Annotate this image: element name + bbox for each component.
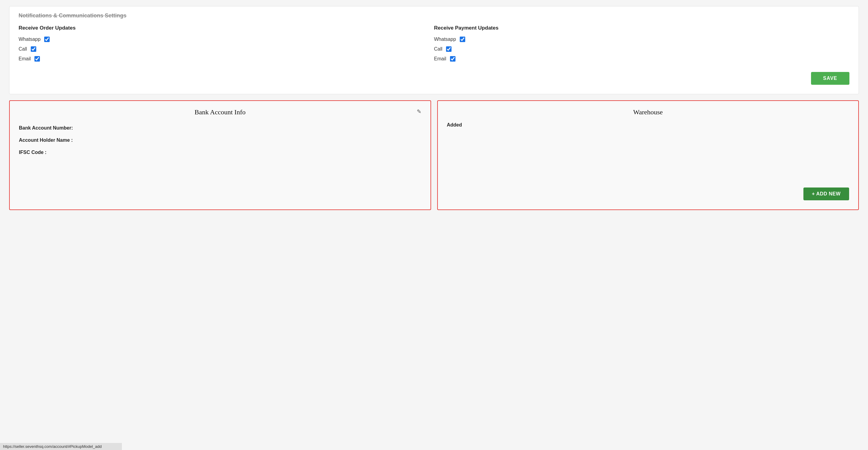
status-bar: https://seller.seventhsq.com/account/#Pi… <box>0 443 122 450</box>
payment-call-label: Call <box>434 46 443 52</box>
payment-updates-title: Receive Payment Updates <box>434 25 850 31</box>
payment-call-checkbox[interactable] <box>446 46 452 52</box>
payment-updates-col: Receive Payment Updates Whatsapp Call Em… <box>434 25 850 66</box>
payment-email-checkbox[interactable] <box>450 56 456 62</box>
payment-whatsapp-label: Whatsapp <box>434 37 456 42</box>
order-whatsapp-checkbox[interactable] <box>44 37 50 42</box>
order-call-checkbox[interactable] <box>31 46 36 52</box>
bank-account-number-label: Bank Account Number: <box>19 125 73 130</box>
order-whatsapp-label: Whatsapp <box>19 37 40 42</box>
payment-call-row: Call <box>434 46 850 52</box>
order-updates-col: Receive Order Updates Whatsapp Call Emai… <box>19 25 434 66</box>
order-call-row: Call <box>19 46 434 52</box>
order-email-label: Email <box>19 56 31 62</box>
add-new-button[interactable]: + ADD NEW <box>803 187 849 200</box>
account-holder-name-label: Account Holder Name : <box>19 138 73 143</box>
warehouse-panel-title: Warehouse <box>447 108 849 116</box>
order-whatsapp-row: Whatsapp <box>19 37 434 42</box>
bank-panel-title: Bank Account Info <box>195 108 246 116</box>
warehouse-footer: + ADD NEW <box>447 187 849 200</box>
payment-whatsapp-row: Whatsapp <box>434 37 850 42</box>
payment-email-row: Email <box>434 56 850 62</box>
bank-panel-header: Bank Account Info ✎ <box>19 108 421 116</box>
warehouse-added-label: Added <box>447 122 849 128</box>
bottom-panels: Bank Account Info ✎ Bank Account Number:… <box>9 100 859 210</box>
page-wrapper: Notifications & Communications Settings … <box>0 0 868 450</box>
ifsc-code-label: IFSC Code : <box>19 150 46 155</box>
edit-icon[interactable]: ✎ <box>417 108 421 115</box>
status-url: https://seller.seventhsq.com/account/#Pi… <box>3 444 102 449</box>
order-email-row: Email <box>19 56 434 62</box>
order-email-checkbox[interactable] <box>34 56 40 62</box>
bank-account-number-field: Bank Account Number: <box>19 125 421 131</box>
payment-email-label: Email <box>434 56 446 62</box>
notifications-section: Notifications & Communications Settings … <box>9 6 859 94</box>
save-button[interactable]: SAVE <box>811 72 849 85</box>
payment-whatsapp-checkbox[interactable] <box>460 37 465 42</box>
notifications-title: Notifications & Communications Settings <box>19 12 849 19</box>
ifsc-code-field: IFSC Code : <box>19 150 421 155</box>
warehouse-panel: Warehouse Added + ADD NEW <box>437 100 859 210</box>
account-holder-name-field: Account Holder Name : <box>19 138 421 143</box>
notifications-columns: Receive Order Updates Whatsapp Call Emai… <box>19 25 849 66</box>
order-updates-title: Receive Order Updates <box>19 25 434 31</box>
save-row: SAVE <box>19 72 849 85</box>
order-call-label: Call <box>19 46 27 52</box>
bank-account-panel: Bank Account Info ✎ Bank Account Number:… <box>9 100 431 210</box>
